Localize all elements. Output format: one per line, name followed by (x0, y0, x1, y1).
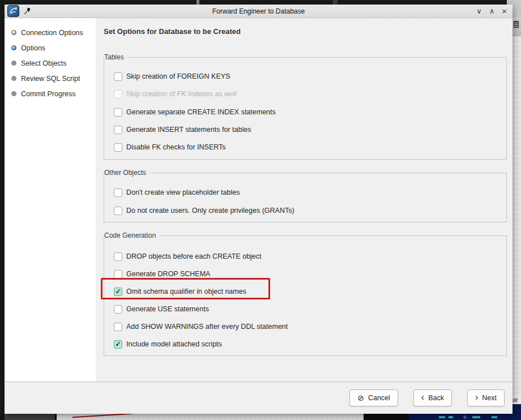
group-title-code-generation: Code Generation (104, 232, 159, 240)
step-label: Review SQL Script (21, 75, 80, 83)
titlebar[interactable]: Forward Engineer to Database ∨ ∧ × (5, 5, 513, 18)
back-chevron-icon: ‹ (421, 393, 424, 402)
step-label: Options (21, 44, 45, 52)
checkbox-do-not-create-users[interactable]: ✓ Do not create users. Only create privi… (114, 206, 294, 215)
step-dot-icon (11, 61, 16, 66)
forward-engineer-dialog: Forward Engineer to Database ∨ ∧ × Conne… (5, 5, 513, 414)
checkbox-box[interactable]: ✓ (114, 270, 122, 278)
next-button[interactable]: › Next (467, 389, 505, 406)
checkbox-label: Generate USE statements (126, 305, 209, 313)
checkbox-label: Include model attached scripts (126, 340, 222, 348)
button-label: Cancel (368, 394, 390, 402)
close-button[interactable]: × (502, 5, 507, 18)
background-toolbar-icon (514, 21, 519, 28)
checkbox-label: Disable FK checks for INSERTs (126, 143, 226, 151)
background-table-figure (513, 404, 521, 414)
checkbox-omit-schema-qualifier[interactable]: ✓ Omit schema qualifier in object names (114, 287, 246, 296)
next-chevron-icon: › (475, 393, 478, 402)
screen: ar (0, 0, 521, 420)
background-text-fragment: ar (513, 395, 521, 404)
checkbox-box[interactable]: ✓ (114, 143, 122, 152)
checkbox-skip-creation-fk-indexes: ✓ Skip creation of FK Indexes as well (114, 89, 237, 98)
checkbox-box[interactable]: ✓ (114, 108, 122, 117)
dialog-footer: ⊘ Cancel ‹ Back › Next (5, 382, 513, 414)
checkbox-box[interactable]: ✓ (114, 288, 122, 296)
checkbox-label: DROP objects before each CREATE object (126, 252, 262, 260)
checkbox-include-model-attached-scripts[interactable]: ✓ Include model attached scripts (114, 340, 222, 349)
checkbox-label: Don't create view placeholder tables (126, 188, 240, 196)
mysql-workbench-logo-icon (7, 5, 19, 17)
group-tables: Tables ✓ Skip creation of FOREIGN KEYS ✓… (104, 57, 507, 160)
page-title: Set Options for Database to be Created (104, 27, 241, 36)
maximize-button[interactable]: ∧ (489, 5, 495, 18)
checkbox-generate-drop-schema[interactable]: ✓ Generate DROP SCHEMA (114, 269, 210, 278)
cancel-icon: ⊘ (357, 394, 364, 402)
wizard-step-connection-options[interactable]: Connection Options (5, 25, 96, 40)
checkbox-label: Omit schema qualifier in object names (126, 288, 246, 295)
checkbox-generate-use-statements[interactable]: ✓ Generate USE statements (114, 305, 209, 314)
checkbox-label: Generate INSERT statements for tables (126, 126, 251, 134)
checkbox-generate-insert-statements[interactable]: ✓ Generate INSERT statements for tables (114, 125, 251, 134)
group-title-tables: Tables (104, 53, 127, 62)
background-fragment (5, 414, 55, 420)
checkbox-drop-objects-before-create[interactable]: ✓ DROP objects before each CREATE object (114, 252, 262, 261)
pin-icon[interactable] (24, 7, 32, 15)
checkbox-box[interactable]: ✓ (114, 323, 122, 331)
checkbox-box[interactable]: ✓ (114, 305, 122, 314)
checkbox-label: Do not create users. Only create privile… (126, 207, 294, 215)
background-fragment (0, 414, 5, 420)
step-label: Commit Progress (21, 90, 76, 98)
checkbox-box[interactable]: ✓ (114, 72, 122, 81)
background-diagram-canvas (513, 36, 521, 395)
dolphin-glyph (8, 6, 18, 16)
wizard-step-select-objects[interactable]: Select Objects (5, 55, 96, 71)
check-icon: ✓ (115, 288, 121, 295)
background-divider (197, 0, 199, 5)
check-icon: ✓ (115, 341, 121, 348)
background-table-detail (472, 416, 480, 418)
back-button[interactable]: ‹ Back (413, 389, 452, 406)
checkbox-dont-create-view-placeholders[interactable]: ✓ Don't create view placeholder tables (114, 188, 240, 197)
checkbox-box: ✓ (114, 90, 122, 98)
checkbox-skip-creation-foreign-keys[interactable]: ✓ Skip creation of FOREIGN KEYS (114, 72, 230, 81)
checkbox-box[interactable]: ✓ (114, 340, 122, 349)
button-label: Next (482, 394, 497, 402)
dialog-body: Connection Options Options Select Object… (5, 18, 513, 382)
checkbox-label: Skip creation of FOREIGN KEYS (126, 72, 230, 80)
group-code-generation: Code Generation ✓ DROP objects before ea… (104, 235, 507, 356)
background-fragment (364, 414, 409, 420)
checkbox-box[interactable]: ✓ (114, 188, 122, 197)
wizard-step-commit-progress[interactable]: Commit Progress (5, 86, 96, 101)
step-dot-icon (11, 91, 16, 96)
wizard-sidebar: Connection Options Options Select Object… (5, 18, 96, 382)
checkbox-label: Generate DROP SCHEMA (126, 270, 210, 278)
step-dot-icon (11, 45, 16, 50)
checkbox-generate-separate-create-index[interactable]: ✓ Generate separate CREATE INDEX stateme… (114, 108, 276, 117)
checkbox-label: Add SHOW WARNINGS after every DDL statem… (126, 323, 288, 331)
dialog-title: Forward Engineer to Database (5, 7, 513, 15)
wizard-step-options[interactable]: Options (5, 40, 96, 55)
checkbox-label: Generate separate CREATE INDEX statement… (126, 108, 276, 116)
background-table-figure (409, 414, 521, 420)
window-controls: ∨ ∧ × (476, 5, 507, 18)
group-title-other-objects: Other Objects (104, 169, 150, 177)
cancel-button[interactable]: ⊘ Cancel (349, 389, 398, 406)
background-table-detail (449, 416, 453, 418)
step-label: Connection Options (21, 29, 83, 37)
wizard-step-review-sql-script[interactable]: Review SQL Script (5, 71, 96, 86)
checkbox-box[interactable]: ✓ (114, 207, 122, 215)
step-dot-icon (11, 30, 16, 35)
background-table-detail (492, 416, 497, 418)
group-other-objects: Other Objects ✓ Don't create view placeh… (104, 173, 507, 222)
options-page: Set Options for Database to be Created T… (96, 18, 513, 382)
checkbox-add-show-warnings[interactable]: ✓ Add SHOW WARNINGS after every DDL stat… (114, 322, 288, 331)
button-label: Back (428, 394, 444, 402)
background-table-detail (439, 416, 445, 418)
shade-button[interactable]: ∨ (476, 5, 482, 18)
checkbox-box[interactable]: ✓ (114, 252, 122, 261)
checkbox-label: Skip creation of FK Indexes as well (126, 90, 237, 98)
step-label: Select Objects (21, 59, 67, 67)
background-table-detail (463, 415, 467, 419)
checkbox-disable-fk-checks[interactable]: ✓ Disable FK checks for INSERTs (114, 143, 226, 152)
checkbox-box[interactable]: ✓ (114, 126, 122, 134)
